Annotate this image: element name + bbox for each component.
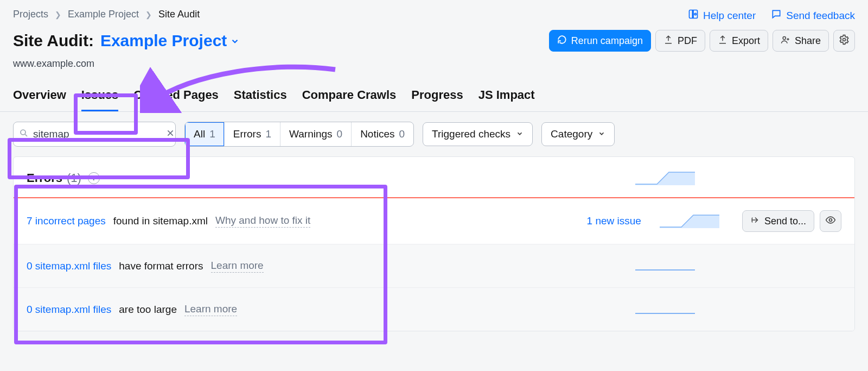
tab-overview[interactable]: Overview <box>13 88 66 111</box>
issue-row: 0 sitemap.xml files have format errors L… <box>14 244 854 288</box>
segment-errors-label: Errors <box>233 128 261 140</box>
triggered-checks-dropdown[interactable]: Triggered checks <box>423 122 533 146</box>
share-label: Share <box>795 35 821 47</box>
breadcrumb-example-project[interactable]: Example Project <box>68 9 139 20</box>
errors-panel: Errors (1) i 7 incorrect pages found in … <box>13 156 855 331</box>
send-to-button[interactable]: Send to... <box>742 210 814 232</box>
tab-js-impact[interactable]: JS Impact <box>478 88 535 111</box>
new-issue-link[interactable]: 1 new issue <box>587 215 641 227</box>
share-button[interactable]: Share <box>773 30 829 52</box>
issue-link[interactable]: 0 sitemap.xml files <box>27 260 111 272</box>
segment-errors-count: 1 <box>265 128 271 140</box>
eye-icon <box>825 215 836 228</box>
pdf-label: PDF <box>678 35 697 47</box>
export-button[interactable]: Export <box>710 30 768 52</box>
issue-help-link[interactable]: Why and how to fix it <box>215 215 310 228</box>
errors-panel-title: Errors <box>27 171 62 185</box>
issue-text: found in sitemap.xml <box>113 215 208 227</box>
add-user-icon <box>781 35 790 47</box>
issue-row: 7 incorrect pages found in sitemap.xml W… <box>14 198 854 244</box>
category-label: Category <box>551 128 592 140</box>
project-name: Example Project <box>100 32 227 50</box>
issue-link[interactable]: 7 incorrect pages <box>27 215 106 227</box>
breadcrumb-site-audit: Site Audit <box>158 9 200 20</box>
tab-compare-crawls[interactable]: Compare Crawls <box>302 88 397 111</box>
chevron-down-icon <box>598 128 605 140</box>
help-center-label: Help center <box>703 10 756 22</box>
send-feedback-link[interactable]: Send feedback <box>771 9 855 22</box>
export-label: Export <box>732 35 760 47</box>
tab-statistics[interactable]: Statistics <box>234 88 287 111</box>
issue-help-link[interactable]: Learn more <box>184 303 237 316</box>
rerun-campaign-button[interactable]: Rerun campaign <box>549 30 651 52</box>
issue-text: are too large <box>119 304 177 316</box>
rerun-campaign-label: Rerun campaign <box>571 35 643 47</box>
tab-issues[interactable]: Issues <box>81 88 119 111</box>
chevron-right-icon: ❯ <box>145 10 152 19</box>
segment-notices-label: Notices <box>360 128 394 140</box>
triggered-checks-label: Triggered checks <box>432 128 510 140</box>
chevron-down-icon <box>516 128 524 140</box>
issue-text: have format errors <box>119 260 203 272</box>
sparkline-icon <box>635 300 695 319</box>
tab-crawled-pages[interactable]: Crawled Pages <box>133 88 219 111</box>
segment-errors[interactable]: Errors 1 <box>225 122 280 146</box>
segment-warnings-count: 0 <box>337 128 343 140</box>
segment-all-label: All <box>194 128 205 140</box>
sparkline-icon <box>660 212 719 231</box>
issue-row: 0 sitemap.xml files are too large Learn … <box>14 288 854 331</box>
help-center-link[interactable]: Help center <box>688 9 756 22</box>
send-to-label: Send to... <box>764 216 806 227</box>
sparkline-icon <box>635 169 695 187</box>
info-icon[interactable]: i <box>88 172 100 184</box>
page-title-prefix: Site Audit: <box>13 32 94 50</box>
search-input-wrap[interactable] <box>13 122 176 147</box>
search-icon <box>19 128 29 140</box>
send-feedback-label: Send feedback <box>786 10 855 22</box>
refresh-icon <box>557 35 567 47</box>
project-dropdown[interactable]: Example Project <box>100 32 240 50</box>
svg-point-1 <box>783 36 786 39</box>
search-input[interactable] <box>33 128 162 140</box>
segment-notices-count: 0 <box>399 128 405 140</box>
page-title: Site Audit: Example Project <box>13 32 240 50</box>
upload-icon <box>663 35 673 47</box>
sparkline-icon <box>635 256 695 275</box>
issue-help-link[interactable]: Learn more <box>211 260 264 273</box>
segment-notices[interactable]: Notices 0 <box>352 122 413 146</box>
book-icon <box>688 9 699 22</box>
svg-point-2 <box>843 38 846 41</box>
svg-point-3 <box>21 130 25 135</box>
chevron-down-icon <box>230 32 240 50</box>
gear-icon <box>839 34 850 48</box>
tabs: Overview Issues Crawled Pages Statistics… <box>0 70 868 112</box>
domain-text: www.example.com <box>13 58 855 70</box>
issue-type-segments: All 1 Errors 1 Warnings 0 Notices 0 <box>184 122 414 147</box>
errors-panel-count: (1) <box>67 171 81 185</box>
svg-point-4 <box>829 218 832 221</box>
segment-all[interactable]: All 1 <box>185 122 225 146</box>
clear-search-icon[interactable] <box>166 129 175 140</box>
visibility-button[interactable] <box>820 210 841 232</box>
svg-point-0 <box>694 13 696 15</box>
segment-warnings[interactable]: Warnings 0 <box>280 122 352 146</box>
tab-progress[interactable]: Progress <box>411 88 463 111</box>
upload-icon <box>718 35 727 47</box>
category-dropdown[interactable]: Category <box>541 122 615 146</box>
pdf-button[interactable]: PDF <box>655 30 705 52</box>
chevron-right-icon: ❯ <box>55 10 61 19</box>
segment-all-count: 1 <box>209 128 215 140</box>
issue-link[interactable]: 0 sitemap.xml files <box>27 304 111 316</box>
breadcrumb-projects[interactable]: Projects <box>13 9 48 20</box>
segment-warnings-label: Warnings <box>289 128 333 140</box>
settings-button[interactable] <box>833 30 855 52</box>
send-icon <box>750 215 760 228</box>
chat-icon <box>771 9 782 22</box>
